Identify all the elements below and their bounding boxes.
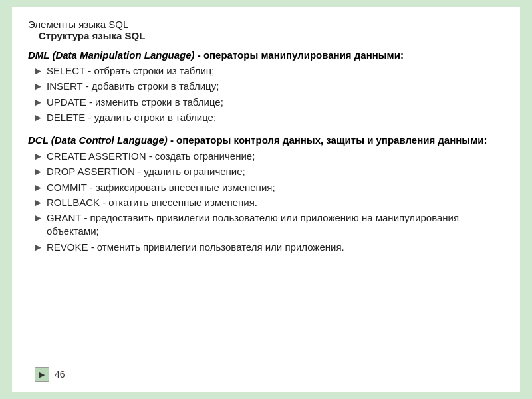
item-text: DROP ASSERTION - удалить ограничение;: [47, 165, 245, 178]
footer-divider: [28, 360, 504, 360]
bullet-icon: ▶: [35, 241, 41, 253]
list-item: ▶ ROLLBACK - откатить внесенные изменени…: [35, 196, 504, 209]
footer-bar: ▶ 46: [28, 364, 504, 384]
item-text: DELETE - удалить строки в таблице;: [47, 111, 216, 124]
title-line2: Структура языка SQL: [28, 30, 504, 41]
bullet-icon: ▶: [35, 182, 41, 194]
nav-button[interactable]: ▶: [35, 367, 49, 382]
list-item: ▶ COMMIT - зафиксировать внесенные измен…: [35, 181, 504, 194]
dcl-list: ▶ CREATE ASSERTION - создать ограничение…: [28, 150, 504, 254]
list-item: ▶ REVOKE - отменить привилегии пользоват…: [35, 241, 504, 254]
list-item: ▶ GRANT - предоставить привилегии пользо…: [35, 211, 504, 239]
dcl-section: DCL (Data Control Language) - операторы …: [28, 133, 504, 256]
item-text: CREATE ASSERTION - создать ограничение;: [47, 150, 255, 163]
bullet-icon: ▶: [35, 65, 41, 77]
dcl-header-normal: - операторы контроля данных, защиты и уп…: [168, 134, 487, 146]
dml-header: DML (Data Manipulation Language) - опера…: [28, 48, 504, 62]
bullet-icon: ▶: [35, 96, 41, 108]
nav-icon: ▶: [39, 370, 45, 379]
dcl-header-italic: DCL (Data Control Language): [28, 134, 168, 146]
item-text: ROLLBACK - откатить внесенные изменения.: [47, 196, 257, 209]
item-text: INSERT - добавить строки в таблицу;: [47, 80, 219, 93]
bullet-icon: ▶: [35, 150, 41, 162]
list-item: ▶ CREATE ASSERTION - создать ограничение…: [35, 150, 504, 163]
dml-header-italic: DML (Data Manipulation Language): [28, 49, 195, 61]
list-item: ▶ DROP ASSERTION - удалить ограничение;: [35, 165, 504, 178]
list-item: ▶ DELETE - удалить строки в таблице;: [35, 111, 504, 124]
dml-list: ▶ SELECT - отбрать строки из таблиц; ▶ I…: [28, 65, 504, 124]
item-text: SELECT - отбрать строки из таблиц;: [47, 65, 215, 78]
list-item: ▶ INSERT - добавить строки в таблицу;: [35, 80, 504, 93]
bullet-icon: ▶: [35, 166, 41, 178]
bullet-icon: ▶: [35, 80, 41, 92]
dcl-header: DCL (Data Control Language) - операторы …: [28, 133, 504, 147]
list-item: ▶ UPDATE - изменить строки в таблице;: [35, 96, 504, 109]
item-text: GRANT - предоставить привилегии пользова…: [47, 211, 504, 239]
item-text: COMMIT - зафиксировать внесенные изменен…: [47, 181, 275, 194]
slide-container: Элементы языка SQL Структура языка SQL D…: [0, 0, 532, 399]
dml-header-normal: - операторы манипулирования данными:: [195, 49, 404, 61]
list-item: ▶ SELECT - отбрать строки из таблиц;: [35, 65, 504, 78]
page-number: 46: [55, 369, 65, 380]
title-block: Элементы языка SQL Структура языка SQL: [28, 19, 504, 41]
bullet-icon: ▶: [35, 112, 41, 124]
title-line1: Элементы языка SQL: [28, 19, 504, 30]
slide-inner: Элементы языка SQL Структура языка SQL D…: [12, 7, 520, 392]
item-text: REVOKE - отменить привилегии пользовател…: [47, 241, 344, 254]
dml-section: DML (Data Manipulation Language) - опера…: [28, 48, 504, 126]
bullet-icon: ▶: [35, 197, 41, 209]
item-text: UPDATE - изменить строки в таблице;: [47, 96, 223, 109]
bullet-icon: ▶: [35, 212, 41, 224]
